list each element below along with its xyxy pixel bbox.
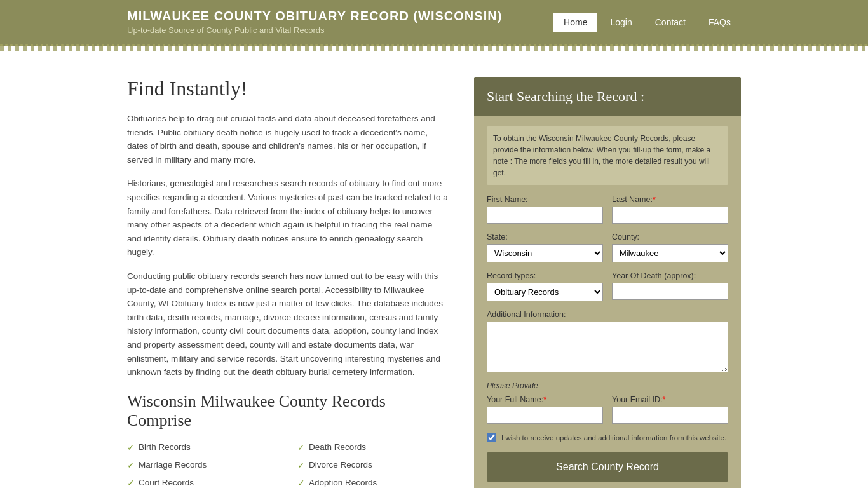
header-separator <box>0 46 868 51</box>
search-county-record-button[interactable]: Search County Record <box>487 452 728 482</box>
check-icon: ✓ <box>297 460 305 470</box>
list-item: ✓ Marriage Records <box>127 458 278 472</box>
county-select[interactable]: Milwaukee Adams Ashland <box>612 244 728 262</box>
check-icon: ✓ <box>297 478 305 488</box>
full-name-input[interactable] <box>487 407 603 424</box>
county-label: County: <box>612 233 728 241</box>
list-item: ✓ Birth Records <box>127 440 278 454</box>
list-item: ✓ Adoption Records <box>297 476 449 488</box>
first-name-input[interactable] <box>487 207 603 224</box>
record-label: Death Records <box>309 442 366 452</box>
site-title: MILWAUKEE COUNTY OBITUARY RECORD (WISCON… <box>127 9 502 24</box>
email-input[interactable] <box>612 407 728 424</box>
list-item: ✓ Court Records <box>127 476 278 488</box>
contact-row: Your Full Name:* Your Email ID:* <box>487 395 728 424</box>
record-type-select[interactable]: Obituary Records Birth Records Death Rec… <box>487 283 603 301</box>
left-content: Find Instantly! Obituaries help to drag … <box>127 77 449 488</box>
year-of-death-input[interactable] <box>612 283 728 300</box>
newsletter-label: I wish to receive updates and additional… <box>501 434 726 442</box>
additional-info-label: Additional Information: <box>487 310 728 319</box>
year-of-death-group: Year Of Death (approx): <box>612 271 728 301</box>
additional-info-textarea[interactable] <box>487 322 728 372</box>
record-year-row: Record types: Obituary Records Birth Rec… <box>487 271 728 301</box>
list-item: ✓ Divorce Records <box>297 458 449 472</box>
main-content: Find Instantly! Obituaries help to drag … <box>0 51 868 488</box>
state-label: State: <box>487 233 603 241</box>
last-name-input[interactable] <box>612 207 728 224</box>
state-select[interactable]: Wisconsin Alabama Alaska Arizona <box>487 244 603 262</box>
please-provide-label: Please Provide <box>487 381 728 390</box>
record-label: Divorce Records <box>309 460 372 470</box>
check-icon: ✓ <box>127 442 135 452</box>
record-label: Marriage Records <box>139 460 207 470</box>
check-icon: ✓ <box>297 442 305 452</box>
panel-body: To obtain the Wisconsin Milwaukee County… <box>474 116 741 488</box>
nav-contact[interactable]: Contact <box>645 13 696 32</box>
nav-faqs[interactable]: FAQs <box>698 13 741 32</box>
site-subtitle: Up-to-date Source of County Public and V… <box>127 25 502 35</box>
full-name-group: Your Full Name:* <box>487 395 603 424</box>
nav-login[interactable]: Login <box>600 13 642 32</box>
record-label: Court Records <box>139 478 194 487</box>
last-name-group: Last Name:* <box>612 195 728 224</box>
full-name-label: Your Full Name:* <box>487 395 603 404</box>
record-label: Adoption Records <box>309 478 377 487</box>
last-name-label: Last Name:* <box>612 195 728 204</box>
email-label: Your Email ID:* <box>612 395 728 404</box>
records-grid: ✓ Birth Records ✓ Death Records ✓ Marria… <box>127 440 449 488</box>
year-of-death-label: Year Of Death (approx): <box>612 271 728 280</box>
record-type-label: Record types: <box>487 271 603 280</box>
check-icon: ✓ <box>127 460 135 470</box>
desc-para-3: Conducting public obituary records searc… <box>127 269 449 379</box>
county-group: County: Milwaukee Adams Ashland <box>612 233 728 262</box>
newsletter-checkbox-row: I wish to receive updates and additional… <box>487 433 728 442</box>
comprises-title: Wisconsin Milwaukee County Records Compr… <box>127 392 449 430</box>
desc-para-1: Obituaries help to drag out crucial fact… <box>127 112 449 166</box>
panel-header: Start Searching the Record : <box>474 77 741 116</box>
first-name-group: First Name: <box>487 195 603 224</box>
state-group: State: Wisconsin Alabama Alaska Arizona <box>487 233 603 262</box>
panel-title: Start Searching the Record : <box>487 88 728 105</box>
email-group: Your Email ID:* <box>612 395 728 424</box>
record-type-group: Record types: Obituary Records Birth Rec… <box>487 271 603 301</box>
find-title: Find Instantly! <box>127 77 449 100</box>
additional-info-group: Additional Information: <box>487 310 728 372</box>
header-branding: MILWAUKEE COUNTY OBITUARY RECORD (WISCON… <box>127 9 502 35</box>
newsletter-checkbox[interactable] <box>487 433 496 442</box>
desc-para-2: Historians, genealogist and researchers … <box>127 177 449 259</box>
state-county-row: State: Wisconsin Alabama Alaska Arizona … <box>487 233 728 262</box>
nav-home[interactable]: Home <box>553 13 597 32</box>
name-row: First Name: Last Name:* <box>487 195 728 224</box>
header: MILWAUKEE COUNTY OBITUARY RECORD (WISCON… <box>0 0 868 46</box>
list-item: ✓ Death Records <box>297 440 449 454</box>
check-icon: ✓ <box>127 478 135 488</box>
record-label: Birth Records <box>139 442 191 452</box>
first-name-label: First Name: <box>487 195 603 204</box>
main-nav: Home Login Contact FAQs <box>553 13 741 32</box>
panel-description: To obtain the Wisconsin Milwaukee County… <box>487 126 728 185</box>
search-panel: Start Searching the Record : To obtain t… <box>474 77 741 488</box>
